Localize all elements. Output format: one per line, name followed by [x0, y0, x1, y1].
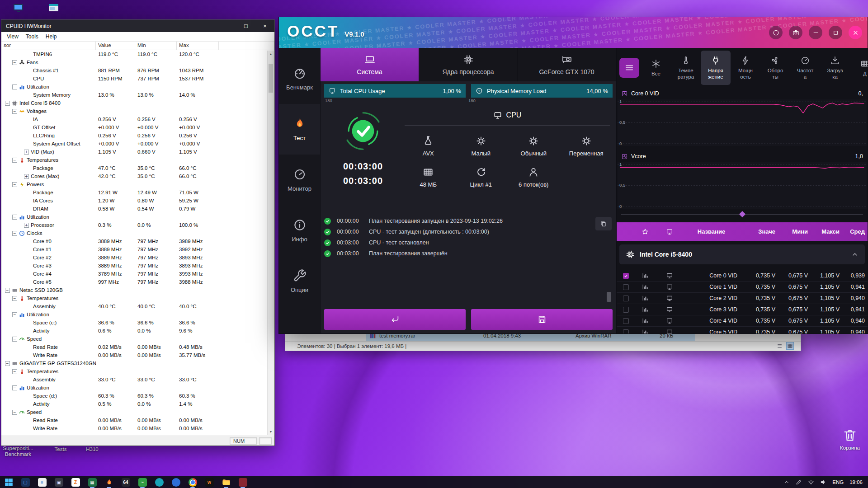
desktop-icon-label[interactable]: Superpositi... Benchmark	[0, 446, 36, 457]
sensor-row[interactable]: −Speed	[1, 335, 267, 343]
taskbar-explorer[interactable]	[221, 477, 231, 488]
sensor-row[interactable]: Core 4 VID0,735 V0,675 V1,105 V0,940	[617, 315, 868, 327]
graph-checkbox[interactable]	[623, 307, 629, 313]
chevron-up-icon[interactable]	[851, 251, 859, 258]
cpu-section-header[interactable]: Intel Core i5-8400	[619, 244, 865, 264]
taskbar-app-teal[interactable]	[154, 477, 164, 488]
pen-icon[interactable]	[796, 479, 802, 485]
sensor-row[interactable]: LLC/Ring0.256 V0.256 V0.256 V	[1, 131, 267, 140]
sensor-row[interactable]: −Utilization	[1, 384, 267, 392]
star-icon[interactable]	[642, 228, 649, 235]
test-option-data-set-small[interactable]: Малый	[455, 135, 508, 157]
sensor-row[interactable]: Core #13889 MHz797 MHz3992 MHz	[1, 245, 267, 253]
sensor-row[interactable]: −Temperatures	[1, 156, 267, 164]
column-sensor[interactable]: sor	[1, 42, 96, 50]
sensor-row[interactable]: +VID (Max)1.105 V0.660 V1.105 V	[1, 148, 267, 156]
tree-expander-icon[interactable]: −	[12, 385, 17, 390]
desktop-shortcut-icon[interactable]	[48, 3, 60, 14]
desktop-icon-label[interactable]: Tests	[47, 446, 74, 452]
sensor-row[interactable]: −Clocks	[1, 229, 267, 237]
save-report-button[interactable]	[471, 309, 613, 330]
sensor-row[interactable]: Space (c:)36.6 %36.6 %36.6 %	[1, 319, 267, 327]
tree-expander-icon[interactable]: −	[5, 101, 10, 106]
menu-help[interactable]: Help	[42, 33, 61, 41]
desktop-icon-label[interactable]: H310	[79, 446, 106, 452]
sidebar-item-info[interactable]: Инфо	[279, 205, 320, 256]
sensor-row[interactable]: Core #23889 MHz797 MHz3893 MHz	[1, 253, 267, 262]
sensor-row[interactable]: −Temperatures	[1, 367, 267, 375]
sidebar-item-benchmark[interactable]: Бенчмарк	[279, 53, 320, 104]
sensor-row[interactable]: Core 3 VID0,735 V0,675 V1,105 V0,941	[617, 304, 868, 315]
wifi-icon[interactable]	[808, 479, 814, 485]
sidebar-item-options[interactable]: Опции	[279, 256, 320, 306]
screenshot-button[interactable]	[789, 26, 802, 39]
test-option-instruction-set[interactable]: AVX	[402, 135, 455, 157]
tree-expander-icon[interactable]: −	[12, 182, 17, 187]
graph-checkbox[interactable]	[623, 284, 629, 290]
column-max[interactable]: Max	[177, 42, 219, 50]
taskbar-app-blue[interactable]: ▢	[20, 477, 30, 488]
slider-handle[interactable]	[739, 211, 745, 217]
sensor-row[interactable]: −GIGABYTE GP-GSTFS31240GNTD	[1, 359, 267, 367]
monitor-tab-load[interactable]: Загрузка	[820, 51, 850, 85]
monitor-tab-rpm[interactable]: Обороты	[760, 51, 790, 85]
tree-expander-icon[interactable]: −	[12, 215, 17, 220]
sensor-row[interactable]: Assembly33.0 °C33.0 °C33.0 °C	[1, 375, 267, 384]
tab-cpu-cores[interactable]: Ядра процессора	[419, 48, 518, 81]
tree-expander-icon[interactable]: +	[24, 174, 29, 179]
sensor-row[interactable]: IA0.256 V0.256 V0.256 V	[1, 115, 267, 123]
graph-checkbox[interactable]	[623, 318, 629, 324]
sensor-row[interactable]: Core 1 VID0,735 V0,675 V1,105 V0,941	[617, 282, 868, 293]
sensor-row[interactable]: GT Offset+0.000 V+0.000 V+0.000 V	[1, 123, 267, 131]
taskbar-app-z[interactable]: Z	[71, 477, 80, 488]
column-header[interactable]: Макси	[811, 228, 842, 235]
tree-expander-icon[interactable]: +	[24, 223, 29, 228]
sidebar-item-test[interactable]: Тест	[279, 104, 320, 155]
copy-log-button[interactable]	[595, 217, 612, 230]
taskbar-chrome[interactable]	[188, 477, 198, 488]
sensor-row[interactable]: TMPIN6119.0 °C119.0 °C120.0 °C	[1, 50, 267, 58]
tree-expander-icon[interactable]: −	[12, 60, 17, 65]
tray-chevron-up-icon[interactable]	[783, 479, 790, 485]
tree-expander-icon[interactable]: −	[12, 109, 17, 114]
menu-button[interactable]	[619, 58, 639, 78]
taskbar-app-claw[interactable]: w	[204, 477, 214, 488]
minimize-button[interactable]	[809, 26, 822, 39]
tree-expander-icon[interactable]: −	[12, 410, 17, 415]
occt-banner[interactable]: COOLER MASTER ★ COOLER MASTER ★ COOLER M…	[279, 17, 868, 48]
sensor-row[interactable]: Core 0 VID0,735 V0,675 V1,105 V0,939	[617, 270, 868, 282]
maximize-button[interactable]: □	[236, 20, 255, 32]
sensor-row[interactable]: Write Rate0.00 MB/s0.00 MB/s35.77 MB/s	[1, 351, 267, 359]
sensor-row[interactable]: −Speed	[1, 408, 267, 416]
tree-expander-icon[interactable]: −	[12, 84, 17, 89]
maximize-button[interactable]	[829, 26, 842, 39]
column-min[interactable]: Min	[135, 42, 177, 50]
sensor-row[interactable]: −Intel Core i5 8400	[1, 99, 267, 107]
start-button[interactable]	[4, 477, 14, 488]
graph-checkbox[interactable]	[623, 273, 629, 279]
sensor-row[interactable]: Space (d:)60.3 %60.3 %60.3 %	[1, 392, 267, 400]
column-header[interactable]: Мини	[778, 228, 811, 235]
scrollbar-thumb[interactable]	[269, 64, 273, 93]
monitor-tab-frequency[interactable]: Частота	[790, 51, 820, 85]
sensor-row[interactable]: Assembly40.0 °C40.0 °C40.0 °C	[1, 302, 267, 310]
sensor-row[interactable]: −Netac SSD 120GB	[1, 286, 267, 294]
sensor-row[interactable]: −Fans	[1, 58, 267, 66]
language-indicator[interactable]: ENG	[832, 479, 844, 485]
tree-expander-icon[interactable]: −	[12, 296, 17, 301]
sensor-row[interactable]: Core 5 VID0,735 V0,675 V1,105 V0,940	[617, 327, 868, 333]
sensor-row[interactable]: IA Cores1.20 W0.80 W59.25 W	[1, 197, 267, 205]
monitor-tab-temperature[interactable]: Температура	[671, 51, 701, 85]
tree-expander-icon[interactable]: −	[12, 312, 17, 317]
taskbar-hwmonitor[interactable]: ~	[137, 477, 147, 488]
menu-tools[interactable]: Tools	[22, 33, 42, 41]
grid-view-icon[interactable]	[787, 343, 793, 349]
test-option-memory-size[interactable]: 48 МБ	[402, 166, 455, 188]
taskbar-app-64[interactable]: 64	[121, 477, 131, 488]
hwmonitor-titlebar[interactable]: CPUID HWMonitor − □ ×	[1, 20, 274, 32]
taskbar-app-blue-circle[interactable]	[171, 477, 181, 488]
taskbar-app-red[interactable]	[238, 477, 248, 488]
sensor-row[interactable]: −Utilization	[1, 213, 267, 221]
info-button[interactable]	[769, 26, 783, 39]
sensor-row[interactable]: Core 2 VID0,735 V0,675 V1,105 V0,940	[617, 293, 868, 304]
